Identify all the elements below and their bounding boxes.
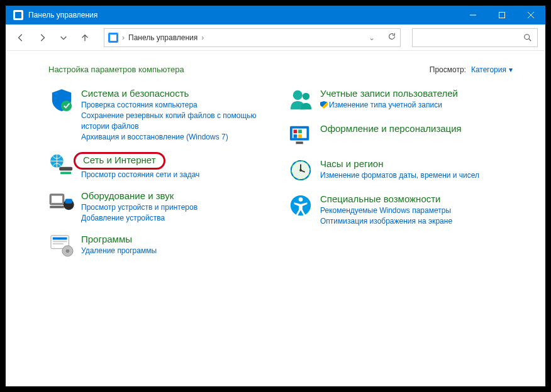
category-appearance: Оформление и персонализация — [287, 122, 526, 148]
hardware-icon — [48, 189, 75, 215]
up-button[interactable] — [77, 30, 92, 45]
category-clock-title[interactable]: Часы и регион — [320, 158, 384, 170]
svg-point-22 — [303, 93, 309, 100]
control-panel-small-icon — [108, 33, 118, 43]
svg-point-6 — [61, 101, 72, 111]
shield-icon — [48, 87, 75, 113]
search-icon — [523, 33, 532, 42]
user-icon — [287, 87, 314, 113]
chevron-right-icon: › — [201, 33, 204, 42]
sub-backup-restore[interactable]: Архивация и восстановление (Windows 7) — [81, 132, 270, 143]
category-security: Система и безопасность Проверка состояни… — [48, 87, 287, 143]
svg-point-36 — [299, 197, 303, 202]
category-network-title[interactable]: Сеть и Интернет — [83, 154, 156, 166]
category-hardware: Оборудование и звук Просмотр устройств и… — [48, 189, 287, 224]
search-box[interactable] — [412, 28, 538, 47]
appearance-icon — [287, 122, 314, 148]
svg-rect-16 — [53, 237, 67, 240]
category-appearance-title[interactable]: Оформление и персонализация — [320, 122, 462, 135]
minimize-button[interactable] — [459, 6, 487, 24]
svg-rect-27 — [294, 134, 298, 138]
forward-button[interactable] — [35, 30, 50, 45]
category-accounts: Учетные записи пользователей Изменение т… — [287, 87, 526, 113]
svg-rect-1 — [499, 13, 505, 18]
sub-change-account-type[interactable]: Изменение типа учетной записи — [320, 100, 458, 111]
page-heading: Настройка параметров компьютера — [48, 65, 184, 74]
close-button[interactable] — [516, 6, 545, 24]
sub-recommended-settings[interactable]: Рекомендуемые Windows параметры — [320, 205, 452, 216]
sub-add-device[interactable]: Добавление устройства — [81, 213, 198, 224]
uac-shield-icon — [320, 101, 328, 109]
sub-optimize-display[interactable]: Оптимизация изображения на экране — [320, 216, 452, 227]
window-frame: Панель управления › Панель управления › … — [4, 4, 547, 388]
svg-point-21 — [293, 90, 303, 100]
content-area: Настройка параметров компьютера Просмотр… — [6, 51, 545, 281]
svg-point-4 — [525, 34, 530, 39]
address-bar[interactable]: › Панель управления › ⌄ — [104, 28, 401, 47]
category-access: Специальные возможности Рекомендуемые Wi… — [287, 192, 526, 227]
refresh-button[interactable] — [387, 32, 396, 43]
category-clock: Часы и регион Изменение форматов даты, в… — [287, 157, 526, 183]
svg-rect-12 — [50, 206, 64, 209]
highlight-marker: Сеть и Интернет — [74, 152, 165, 170]
clock-icon — [287, 157, 314, 183]
breadcrumb-root[interactable]: Панель управления — [128, 33, 198, 42]
sub-file-history[interactable]: Сохранение резервных копий файлов с помо… — [81, 111, 270, 132]
category-hardware-title[interactable]: Оборудование и звук — [81, 190, 174, 202]
programs-icon — [48, 232, 75, 259]
category-programs-title[interactable]: Программы — [81, 233, 132, 246]
left-column: Система и безопасность Проверка состояни… — [48, 87, 287, 268]
control-panel-icon — [13, 10, 23, 20]
titlebar: Панель управления — [6, 6, 545, 24]
chevron-down-icon: ▾ — [509, 65, 513, 74]
svg-rect-11 — [52, 196, 62, 203]
svg-point-34 — [299, 169, 302, 172]
accessibility-icon — [287, 192, 314, 219]
sub-check-status[interactable]: Проверка состояния компьютера — [81, 100, 270, 111]
svg-line-5 — [529, 38, 532, 41]
category-network: Сеть и Интернет Просмотр состояния сети … — [48, 151, 287, 180]
category-programs: Программы Удаление программы — [48, 232, 287, 259]
svg-rect-14 — [65, 199, 72, 204]
view-selector[interactable]: Категория ▾ — [471, 65, 513, 74]
chevron-right-icon: › — [122, 33, 125, 42]
sub-date-formats[interactable]: Изменение форматов даты, времени и чисел — [320, 170, 479, 181]
dropdown-icon[interactable]: ⌄ — [369, 33, 375, 42]
svg-rect-28 — [298, 134, 302, 138]
right-column: Учетные записи пользователей Изменение т… — [287, 87, 526, 268]
navbar: › Панель управления › ⌄ — [6, 24, 545, 51]
svg-rect-29 — [296, 141, 303, 144]
category-access-title[interactable]: Специальные возможности — [320, 193, 441, 205]
view-label: Просмотр: — [430, 65, 466, 74]
svg-rect-9 — [60, 172, 71, 174]
sub-uninstall[interactable]: Удаление программы — [81, 246, 157, 256]
svg-rect-26 — [298, 129, 302, 133]
category-security-title[interactable]: Система и безопасность — [81, 87, 189, 100]
network-icon — [48, 151, 75, 178]
svg-point-20 — [66, 249, 70, 253]
sub-devices-printers[interactable]: Просмотр устройств и принтеров — [81, 202, 198, 213]
svg-rect-18 — [53, 243, 64, 244]
maximize-button[interactable] — [487, 6, 516, 24]
window-title: Панель управления — [28, 11, 459, 19]
view-value: Категория — [471, 65, 506, 74]
category-accounts-title[interactable]: Учетные записи пользователей — [320, 87, 458, 100]
svg-rect-17 — [53, 241, 67, 242]
svg-rect-25 — [294, 129, 298, 133]
sub-network-status[interactable]: Просмотр состояния сети и задач — [81, 170, 199, 180]
back-button[interactable] — [13, 30, 28, 45]
recent-button[interactable] — [56, 30, 71, 45]
svg-rect-8 — [59, 167, 72, 171]
